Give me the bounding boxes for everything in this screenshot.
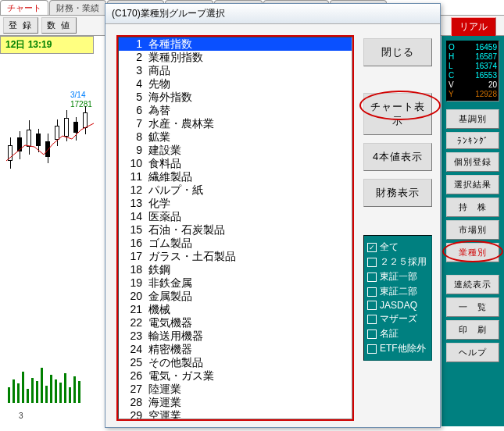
market-button[interactable]: 市場別 xyxy=(446,220,499,240)
list-item[interactable]: 12パルプ・紙 xyxy=(119,183,352,197)
individual-button[interactable]: 個別登録 xyxy=(446,152,499,172)
continuous-button[interactable]: 連続表示 xyxy=(446,275,499,294)
filter-checkbox[interactable]: ２２５採用 xyxy=(367,255,428,269)
ohlc-display-button[interactable]: 4本値表示 xyxy=(363,143,432,171)
list-item[interactable]: 26電気・ガス業 xyxy=(119,369,352,383)
list-item[interactable]: 19非鉄金属 xyxy=(119,276,352,290)
list-button[interactable]: 一 覧 xyxy=(446,297,499,317)
filter-checkbox[interactable]: ETF他除外 xyxy=(367,342,428,355)
list-item[interactable]: 4先物 xyxy=(119,77,352,91)
list-item[interactable]: 20金属製品 xyxy=(119,290,352,303)
list-item[interactable]: 7水産・農林業 xyxy=(119,117,352,130)
list-item[interactable]: 16ゴム製品 xyxy=(119,237,352,250)
list-item[interactable]: 23輸送用機器 xyxy=(119,329,352,343)
result-button[interactable]: 選択結果 xyxy=(446,175,499,194)
industry-group-dialog: (C170)業種別グループ選択 1各種指数2業種別指数3商品4先物5海外指数6為… xyxy=(105,3,441,428)
volume-bars xyxy=(0,340,109,403)
dialog-title: (C170)業種別グループ選択 xyxy=(105,4,440,24)
finance-display-button[interactable]: 財務表示 xyxy=(363,179,432,207)
filter-checkbox[interactable]: 東証二部 xyxy=(367,285,428,298)
filter-checkbox[interactable]: 東証一部 xyxy=(367,270,428,283)
list-item[interactable]: 22電気機器 xyxy=(119,316,352,329)
value-button[interactable]: 数 値 xyxy=(41,17,77,34)
list-item[interactable]: 25その他製品 xyxy=(119,356,352,369)
right-sidebar: O16459 H16587 L16374 C16553 V20 Y12928 基… xyxy=(441,36,504,426)
register-button[interactable]: 登 録 xyxy=(3,17,38,34)
list-item[interactable]: 5海外指数 xyxy=(119,91,352,104)
filter-checkboxes: ✓全て２２５採用東証一部東証二部JASDAQマザーズ名証ETF他除外 xyxy=(363,235,432,361)
list-item[interactable]: 3商品 xyxy=(119,64,352,77)
list-item[interactable]: 21機械 xyxy=(119,303,352,316)
tab-chart[interactable]: チャート xyxy=(0,0,48,15)
list-item[interactable]: 10食料品 xyxy=(119,157,352,170)
list-item[interactable]: 8鉱業 xyxy=(119,130,352,144)
chart-display-button[interactable]: チャート表示 xyxy=(363,93,432,135)
list-item[interactable]: 9建設業 xyxy=(119,144,352,157)
list-item[interactable]: 17ガラス・土石製品 xyxy=(119,250,352,263)
x-axis-label: 3 xyxy=(19,411,23,420)
list-item[interactable]: 28海運業 xyxy=(119,396,352,409)
list-item[interactable]: 6為替 xyxy=(119,104,352,117)
real-button[interactable]: リアル xyxy=(451,17,496,37)
filter-checkbox[interactable]: 名証 xyxy=(367,327,428,340)
filter-checkbox[interactable]: JASDAQ xyxy=(367,300,428,311)
industry-listbox[interactable]: 1各種指数2業種別指数3商品4先物5海外指数6為替7水産・農林業8鉱業9建設業1… xyxy=(118,37,352,419)
list-item[interactable]: 24精密機器 xyxy=(119,343,352,356)
list-item[interactable]: 29空運業 xyxy=(119,409,352,419)
list-item[interactable]: 15石油・石炭製品 xyxy=(119,223,352,237)
list-item[interactable]: 13化学 xyxy=(119,197,352,210)
list-item[interactable]: 1各種指数 xyxy=(119,37,352,51)
list-item[interactable]: 18鉄鋼 xyxy=(119,263,352,276)
help-button[interactable]: ヘルプ xyxy=(446,343,499,362)
kihon-button[interactable]: 基調別 xyxy=(446,109,499,129)
filter-checkbox[interactable]: マザーズ xyxy=(367,312,428,326)
list-item[interactable]: 11繊維製品 xyxy=(119,170,352,183)
candlestick-chart: 3/14 17281 3 xyxy=(0,52,109,426)
ranking-button[interactable]: ﾗﾝｷﾝｸﾞ xyxy=(446,132,499,149)
list-item[interactable]: 27陸運業 xyxy=(119,383,352,396)
list-item[interactable]: 14医薬品 xyxy=(119,210,352,223)
hold-button[interactable]: 持 株 xyxy=(446,198,499,217)
filter-checkbox[interactable]: ✓全て xyxy=(367,240,428,254)
close-button[interactable]: 閉じる xyxy=(363,38,432,66)
ohlc-panel: O16459 H16587 L16374 C16553 V20 Y12928 xyxy=(446,41,499,102)
list-item[interactable]: 2業種別指数 xyxy=(119,51,352,64)
industry-button[interactable]: 業種別 xyxy=(446,243,499,262)
tab-finance[interactable]: 財務・業績 xyxy=(49,0,106,15)
print-button[interactable]: 印 刷 xyxy=(446,320,499,340)
